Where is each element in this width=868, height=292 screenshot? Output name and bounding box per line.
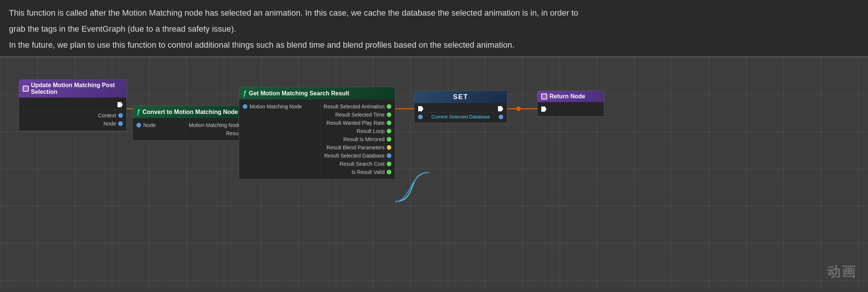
return-exec-in-pin[interactable]: [541, 107, 546, 112]
get-motion-matching-search-result-header: ƒ Get Motion Matching Search Result: [239, 87, 395, 99]
node-pin-row: Node: [23, 120, 123, 128]
exec-out-pin-row: [23, 101, 123, 109]
result-search-cost-pin-row: Result Search Cost: [324, 160, 391, 168]
result-blend-parameters-label: Result Blend Parameters: [326, 145, 385, 150]
func-prefix-icon2: ƒ: [243, 89, 247, 97]
result-selected-time-pin[interactable]: [387, 112, 391, 117]
update-motion-matching-node[interactable]: Update Motion Matching Post Selection Co…: [19, 79, 127, 131]
func-prefix-icon: ƒ: [137, 108, 140, 116]
set-var-out-pin[interactable]: [499, 115, 503, 119]
result-blend-parameters-pin-row: Result Blend Parameters: [324, 143, 391, 152]
node-in-label: Node: [143, 122, 156, 128]
return-exec-in-row: [541, 105, 600, 113]
node-pin[interactable]: [118, 121, 123, 126]
description-area: This function is called after the Motion…: [0, 0, 868, 57]
mm-node-in-pin[interactable]: [243, 104, 247, 109]
result-selected-animation-label: Result Selected Animation: [324, 104, 385, 110]
convert-to-motion-matching-title: Convert to Motion Matching Node: [142, 109, 238, 115]
node-label: Node: [104, 121, 116, 127]
result-wanted-play-rate-label: Result Wanted Play Rate: [326, 120, 385, 126]
set-var-in-pin[interactable]: [418, 115, 423, 119]
is-result-valid-pin[interactable]: [387, 170, 391, 174]
get-motion-matching-search-result-body: Motion Matching Node Result Selected Ani…: [239, 99, 395, 179]
result-selected-time-label: Result Selected Time: [335, 112, 385, 118]
result-loop-pin[interactable]: [387, 129, 391, 133]
set-node-title: SET: [453, 93, 468, 101]
update-motion-matching-body: Context Node: [19, 98, 126, 131]
convert-right-col: Motion Matching Node Result: [185, 121, 248, 137]
convert-to-motion-matching-header: ƒ Convert to Motion Matching Node: [133, 106, 251, 118]
get-motion-matching-search-result-node[interactable]: ƒ Get Motion Matching Search Result Moti…: [239, 87, 395, 180]
result-search-cost-label: Result Search Cost: [339, 161, 385, 167]
convert-to-motion-matching-node[interactable]: ƒ Convert to Motion Matching Node Node M…: [132, 105, 252, 141]
result-wanted-play-rate-pin[interactable]: [387, 121, 391, 125]
result-is-mirrored-pin[interactable]: [387, 137, 391, 142]
convert-to-motion-matching-body: Node Motion Matching Node Result: [133, 118, 251, 140]
blueprint-canvas[interactable]: Update Motion Matching Post Selection Co…: [0, 57, 868, 289]
update-motion-matching-title: Update Motion Matching Post Selection: [31, 82, 123, 95]
update-motion-matching-header: Update Motion Matching Post Selection: [19, 80, 126, 98]
set-node[interactable]: SET Current Selected Database: [414, 91, 507, 123]
mm-node-out-label: Motion Matching Node: [189, 122, 241, 128]
result-selected-animation-pin-row: Result Selected Animation: [324, 102, 391, 111]
description-line2: grab the tags in the EventGraph (due to …: [9, 23, 859, 35]
result-loop-label: Result Loop: [357, 128, 385, 134]
result-is-mirrored-label: Result Is Mirrored: [344, 136, 385, 142]
result-is-mirrored-pin-row: Result Is Mirrored: [324, 135, 391, 143]
is-result-valid-pin-row: Is Result Valid: [324, 168, 391, 176]
result-selected-database-pin[interactable]: [387, 153, 391, 158]
set-exec-in-pin[interactable]: [418, 106, 423, 111]
exec-out-pin[interactable]: [117, 102, 123, 107]
result-blend-parameters-pin[interactable]: [387, 145, 391, 150]
set-exec-row: [418, 106, 503, 111]
context-pin[interactable]: [118, 113, 123, 118]
return-node-body: [538, 102, 604, 116]
mm-node-in-label: Motion Matching Node: [250, 104, 302, 110]
context-label: Context: [98, 112, 116, 118]
description-text: This function is called after the Motion…: [9, 7, 859, 51]
is-result-valid-label: Is Result Valid: [352, 169, 385, 175]
node-in-pin[interactable]: [137, 123, 141, 127]
set-exec-out-pin[interactable]: [498, 106, 503, 111]
result-selected-time-pin-row: Result Selected Time: [324, 111, 391, 119]
get-result-left-col: Motion Matching Node: [243, 102, 305, 176]
set-variable-row: Current Selected Database: [418, 114, 503, 120]
event-icon: [23, 86, 29, 92]
return-node-title: Return Node: [549, 93, 585, 100]
set-variable-label: Current Selected Database: [432, 114, 490, 120]
node-in-pin-row: Node: [137, 121, 156, 129]
get-motion-matching-search-result-title: Get Motion Matching Search Result: [249, 90, 349, 97]
result-loop-pin-row: Result Loop: [324, 127, 391, 135]
watermark: 动画: [827, 263, 857, 281]
description-line3: In the future, we plan to use this funct…: [9, 39, 859, 51]
description-line1: This function is called after the Motion…: [9, 7, 859, 19]
result-wanted-play-rate-pin-row: Result Wanted Play Rate: [324, 119, 391, 127]
mm-node-in-pin-row: Motion Matching Node: [243, 102, 302, 111]
return-node-header: Return Node: [538, 91, 604, 102]
get-result-right-col: Result Selected Animation Result Selecte…: [320, 102, 391, 176]
svg-point-9: [516, 107, 521, 111]
set-node-header: SET: [414, 91, 507, 103]
result-search-cost-pin[interactable]: [387, 162, 391, 166]
result-selected-database-pin-row: Result Selected Database: [324, 152, 391, 160]
context-pin-row: Context: [23, 111, 123, 120]
set-node-body: Current Selected Database: [414, 103, 507, 123]
result-selected-database-label: Result Selected Database: [324, 153, 385, 159]
convert-left-col: Node: [137, 121, 159, 137]
result-selected-animation-pin[interactable]: [387, 104, 391, 109]
return-event-icon: [541, 93, 547, 99]
return-node[interactable]: Return Node: [537, 91, 604, 117]
